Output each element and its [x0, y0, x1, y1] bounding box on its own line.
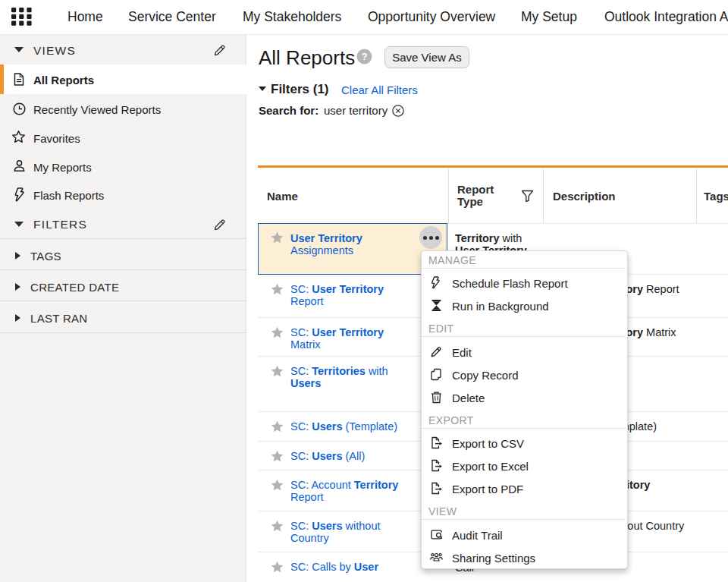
svg-text:?: ? — [362, 52, 368, 62]
